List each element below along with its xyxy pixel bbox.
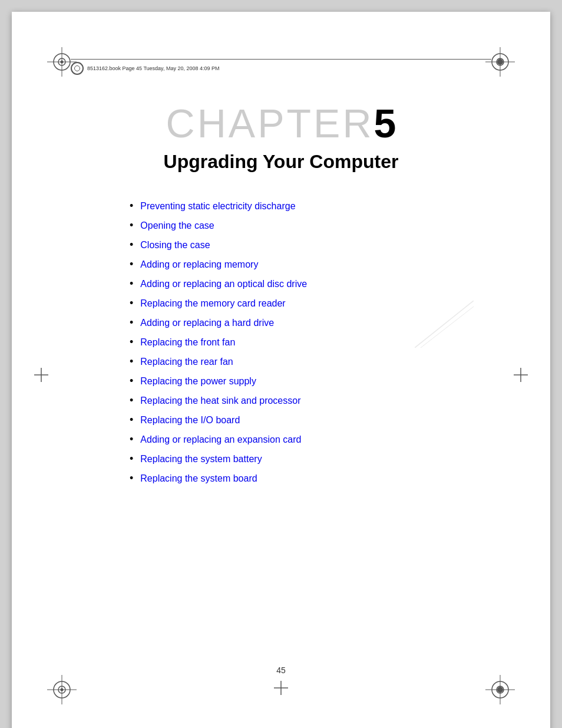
- toc-link-5[interactable]: Adding or replacing an optical disc driv…: [140, 279, 307, 289]
- toc-link-3[interactable]: Closing the case: [140, 240, 210, 251]
- list-item: • Replacing the system board: [130, 473, 491, 484]
- bullet-icon: •: [130, 375, 133, 386]
- toc-link-11[interactable]: Replacing the heat sink and processor: [140, 396, 300, 406]
- toc-link-6[interactable]: Replacing the memory card reader: [140, 298, 285, 309]
- list-item: • Replacing the rear fan: [130, 356, 491, 367]
- bullet-icon: •: [130, 298, 133, 308]
- corner-mark-bl: [47, 675, 77, 704]
- bullet-icon: •: [130, 356, 133, 367]
- list-item: • Replacing the system battery: [130, 453, 491, 465]
- toc-link-4[interactable]: Adding or replacing memory: [140, 259, 258, 270]
- bullet-icon: •: [130, 473, 133, 483]
- bullet-icon: •: [130, 200, 133, 211]
- list-item: • Replacing the memory card reader: [130, 298, 491, 309]
- toc-link-13[interactable]: Adding or replacing an expansion card: [140, 434, 301, 445]
- chapter-title: Upgrading Your Computer: [12, 151, 550, 173]
- toc-link-2[interactable]: Opening the case: [140, 220, 214, 231]
- list-item: • Opening the case: [130, 220, 491, 231]
- header-bar: 8513162.book Page 45 Tuesday, May 20, 20…: [71, 59, 491, 75]
- bullet-icon: •: [130, 434, 133, 444]
- bullet-icon: •: [130, 220, 133, 230]
- bullet-icon: •: [130, 395, 133, 406]
- chapter-number: 5: [374, 101, 396, 146]
- side-mark-right: [514, 368, 528, 384]
- list-item: • Replacing the power supply: [130, 375, 491, 387]
- toc-link-14[interactable]: Replacing the system battery: [140, 454, 262, 465]
- toc-link-1[interactable]: Preventing static electricity discharge: [140, 201, 295, 212]
- bullet-icon: •: [130, 259, 133, 269]
- page: 8513162.book Page 45 Tuesday, May 20, 20…: [12, 12, 550, 728]
- bullet-icon: •: [130, 453, 133, 464]
- corner-mark-br: [485, 675, 515, 704]
- list-item: • Replacing the I/O board: [130, 414, 491, 426]
- toc-link-9[interactable]: Replacing the rear fan: [140, 357, 233, 367]
- chapter-label: CHAPTER: [166, 101, 374, 146]
- bullet-icon: •: [130, 337, 133, 347]
- list-item: • Replacing the front fan: [130, 337, 491, 348]
- bullet-icon: •: [130, 239, 133, 250]
- chapter-area: CHAPTER5 Upgrading Your Computer: [12, 100, 550, 173]
- list-item: • Adding or replacing a hard drive: [130, 317, 491, 328]
- bullet-icon: •: [130, 317, 133, 328]
- bullet-icon: •: [130, 414, 133, 425]
- toc-link-7[interactable]: Adding or replacing a hard drive: [140, 318, 274, 328]
- toc-link-8[interactable]: Replacing the front fan: [140, 337, 235, 348]
- header-text: 8513162.book Page 45 Tuesday, May 20, 20…: [87, 65, 220, 71]
- header-circle-icon: [71, 62, 84, 75]
- toc-link-10[interactable]: Replacing the power supply: [140, 376, 256, 387]
- list-item: • Adding or replacing an optical disc dr…: [130, 278, 491, 289]
- bottom-center-mark: [274, 681, 288, 697]
- list-item: • Replacing the heat sink and processor: [130, 395, 491, 406]
- list-item: • Closing the case: [130, 239, 491, 251]
- toc-container: • Preventing static electricity discharg…: [130, 200, 491, 492]
- page-number: 45: [12, 666, 550, 675]
- list-item: • Adding or replacing an expansion card: [130, 434, 491, 445]
- toc-link-12[interactable]: Replacing the I/O board: [140, 415, 240, 426]
- toc-link-15[interactable]: Replacing the system board: [140, 473, 257, 484]
- list-item: • Preventing static electricity discharg…: [130, 200, 491, 212]
- side-mark-left: [34, 368, 48, 384]
- bullet-icon: •: [130, 278, 133, 289]
- list-item: • Adding or replacing memory: [130, 259, 491, 270]
